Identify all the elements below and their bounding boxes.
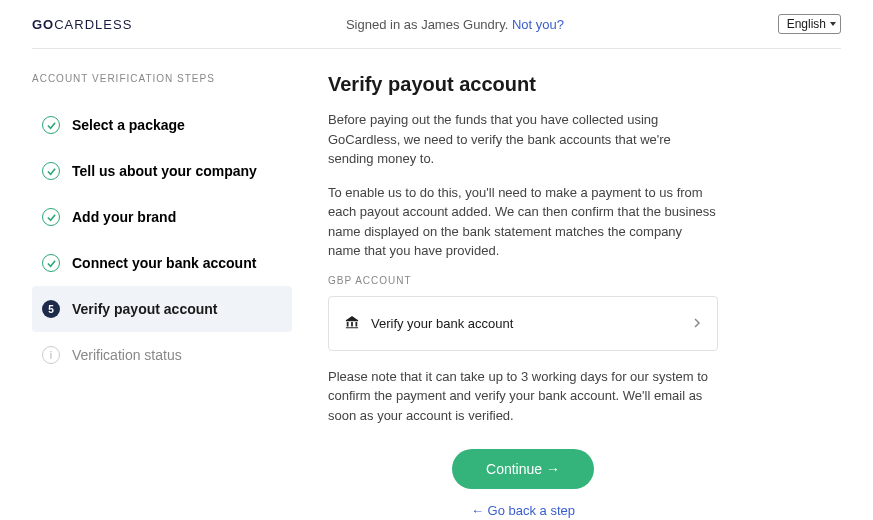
logo-light: CARDLESS (54, 17, 132, 32)
step-verification-status[interactable]: i Verification status (32, 332, 292, 378)
chevron-right-icon (694, 315, 701, 331)
info-icon: i (42, 346, 60, 364)
language-value: English (787, 17, 826, 31)
step-connect-bank[interactable]: Connect your bank account (32, 240, 292, 286)
step-number-icon: 5 (42, 300, 60, 318)
go-back-link[interactable]: ← Go back a step (471, 503, 575, 518)
sidebar: ACCOUNT VERIFICATION STEPS Select a pack… (32, 49, 292, 518)
step-label: Connect your bank account (72, 255, 256, 271)
account-currency-label: GBP ACCOUNT (328, 275, 718, 286)
step-label: Add your brand (72, 209, 176, 225)
bank-icon (345, 315, 359, 332)
step-verify-payout[interactable]: 5 Verify payout account (32, 286, 292, 332)
verify-bank-card[interactable]: Verify your bank account (328, 296, 718, 351)
step-add-brand[interactable]: Add your brand (32, 194, 292, 240)
sidebar-heading: ACCOUNT VERIFICATION STEPS (32, 73, 292, 84)
step-label: Verification status (72, 347, 182, 363)
signed-in-as: Signed in as James Gundry. Not you? (346, 17, 564, 32)
user-name: James Gundry. (421, 17, 508, 32)
step-label: Tell us about your company (72, 163, 257, 179)
step-label: Select a package (72, 117, 185, 133)
check-icon (42, 208, 60, 226)
logo: GOCARDLESS (32, 17, 132, 32)
main-content: Verify payout account Before paying out … (328, 49, 718, 518)
intro-paragraph-2: To enable us to do this, you'll need to … (328, 183, 718, 261)
continue-button[interactable]: Continue → (452, 449, 594, 489)
header: GOCARDLESS Signed in as James Gundry. No… (32, 14, 841, 49)
step-select-package[interactable]: Select a package (32, 102, 292, 148)
check-icon (42, 116, 60, 134)
logo-bold: GO (32, 17, 54, 32)
step-about-company[interactable]: Tell us about your company (32, 148, 292, 194)
intro-paragraph-1: Before paying out the funds that you hav… (328, 110, 718, 169)
check-icon (42, 162, 60, 180)
note-paragraph: Please note that it can take up to 3 wor… (328, 367, 718, 426)
check-icon (42, 254, 60, 272)
signed-in-prefix: Signed in as (346, 17, 421, 32)
language-select[interactable]: English (778, 14, 841, 34)
not-you-link[interactable]: Not you? (512, 17, 564, 32)
step-label: Verify payout account (72, 301, 217, 317)
verify-card-label: Verify your bank account (371, 316, 682, 331)
page-title: Verify payout account (328, 73, 718, 96)
